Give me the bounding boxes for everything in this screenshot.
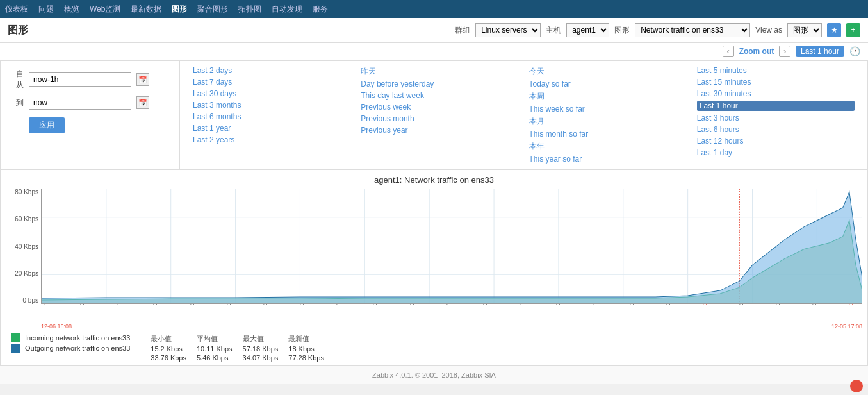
ql-last-30-min[interactable]: Last 30 minutes (697, 89, 855, 98)
x-axis: 16:08 16:11 16:14 16:17 16:20 16:23 16:2… (41, 304, 862, 331)
host-select[interactable]: agent1 (566, 23, 609, 37)
x-label-1708: 17:08 (848, 304, 854, 305)
ql-last-1-year[interactable]: Last 1 year (193, 124, 350, 133)
nav-screens[interactable]: 聚合图形 (197, 4, 228, 15)
ql-today[interactable]: 今天 (529, 66, 687, 77)
incoming-avg: 10.11 Kbps (192, 344, 238, 353)
x-label-1655: 16:55 (628, 304, 635, 305)
ql-previous-month[interactable]: Previous month (361, 114, 518, 123)
star-button[interactable]: ★ (827, 23, 841, 37)
page-header: 图形 群组 Linux servers 主机 agent1 图形 Network… (0, 18, 868, 43)
ql-last-7-days[interactable]: Last 7 days (193, 78, 350, 87)
ql-today-so-far[interactable]: Today so far (529, 80, 687, 88)
footer-text: Zabbix 4.0.1. © 2001–2018, Zabbix SIA (372, 371, 496, 379)
outgoing-max: 34.07 Kbps (238, 353, 284, 362)
ql-this-year-so-far[interactable]: This year so far (529, 155, 687, 164)
nav-latest[interactable]: 最新数据 (131, 4, 161, 15)
ql-previous-week[interactable]: Previous week (361, 103, 518, 112)
ql-last-3-hours[interactable]: Last 3 hours (697, 113, 855, 122)
x-label-1635: 16:35 (372, 304, 378, 305)
nav-overview[interactable]: 概览 (64, 4, 79, 15)
incoming-color-box (11, 333, 20, 342)
outgoing-avg: 5.46 Kbps (192, 353, 238, 362)
x-label-1647: 16:47 (518, 304, 525, 305)
y-label-60: 60 Kbps (15, 215, 38, 223)
legend-outgoing: Outgoing network traffic on ens33 (11, 344, 130, 353)
x-label-1644: 16:44 (482, 304, 488, 305)
outgoing-stats-row: 33.76 Kbps 5.46 Kbps 34.07 Kbps 77.28 Kb… (145, 353, 329, 362)
ql-day-before-yesterday[interactable]: Day before yesterday (361, 80, 518, 88)
x-label-1638: 16:38 (409, 304, 415, 305)
view-as-label: View as (755, 26, 782, 35)
ql-this-day-last-week[interactable]: This day last week (361, 91, 518, 100)
x-label-1700: 17:00 (701, 304, 708, 305)
ql-last-2-years[interactable]: Last 2 years (193, 135, 350, 144)
ql-this-month-so-far[interactable]: This month so far (529, 130, 687, 139)
ql-last-6-hours[interactable]: Last 6 hours (697, 125, 855, 134)
incoming-stats-row: 15.2 Kbps 10.11 Kbps 57.18 Kbps 18 Kbps (145, 344, 329, 353)
ql-this-week[interactable]: 本周 (529, 91, 687, 102)
ql-last-30-days[interactable]: Last 30 days (193, 89, 350, 98)
ql-this-month[interactable]: 本月 (529, 116, 687, 127)
to-calendar-icon[interactable]: 📅 (136, 96, 149, 109)
ql-yesterday[interactable]: 昨天 (361, 66, 518, 77)
quick-links-col1: Last 2 days Last 7 days Last 30 days Las… (188, 66, 356, 164)
x-label-1626: 16:26 (262, 304, 268, 305)
from-input[interactable] (29, 72, 131, 87)
nav-dashboard[interactable]: 仪表板 (5, 4, 28, 15)
to-label: 到 (11, 97, 24, 108)
incoming-max: 57.18 Kbps (238, 344, 284, 353)
legend-stats-table: 最小值 平均值 最大值 最新值 15.2 Kbps 10.11 Kbps 57.… (145, 333, 329, 362)
outgoing-min: 33.76 Kbps (145, 353, 192, 362)
nav-problems[interactable]: 问题 (38, 4, 54, 15)
quick-links-panel: Last 2 days Last 7 days Last 30 days Las… (180, 61, 867, 169)
ql-previous-year[interactable]: Previous year (361, 126, 518, 135)
incoming-last: 18 Kbps (283, 344, 329, 353)
nav-web[interactable]: Web监测 (90, 4, 120, 15)
ql-last-1-hour[interactable]: Last 1 hour (697, 101, 855, 111)
group-select[interactable]: Linux servers (475, 23, 541, 37)
x-label-1702: 17:02 (738, 304, 744, 305)
nav-graphs[interactable]: 图形 (172, 4, 187, 15)
ql-last-12-hours[interactable]: Last 12 hours (697, 137, 855, 146)
col-header-avg: 平均值 (192, 333, 238, 344)
ql-last-3-months[interactable]: Last 3 months (193, 101, 350, 110)
ql-last-15-min[interactable]: Last 15 minutes (697, 78, 855, 87)
graph-select[interactable]: Network traffic on ens33 (635, 23, 750, 37)
ql-last-2-days[interactable]: Last 2 days (193, 66, 350, 75)
x-label-1614: 16:14 (115, 304, 122, 305)
time-range-bar: ‹ Zoom out › Last 1 hour 🕐 (0, 43, 868, 60)
top-navigation: 仪表板 问题 概览 Web监测 最新数据 图形 聚合图形 拓扑图 自动发现 服务 (0, 0, 868, 18)
nav-discovery[interactable]: 自动发现 (272, 4, 302, 15)
outgoing-last: 77.28 Kbps (283, 353, 329, 362)
nav-services[interactable]: 服务 (313, 4, 328, 15)
x-label-1653: 16:53 (591, 304, 598, 305)
y-label-0: 0 bps (23, 297, 38, 304)
incoming-min: 15.2 Kbps (145, 344, 192, 353)
from-calendar-icon[interactable]: 📅 (136, 73, 149, 86)
legend: Incoming network traffic on ens33 Outgoi… (11, 333, 862, 362)
next-button[interactable]: › (779, 46, 790, 57)
filter-panel: 自从 📅 到 📅 应用 Last 2 days Last 7 days Last… (0, 60, 868, 169)
apply-button[interactable]: 应用 (29, 117, 65, 133)
ql-last-5-min[interactable]: Last 5 minutes (697, 66, 855, 75)
to-row: 到 📅 (11, 96, 169, 110)
ql-last-6-months[interactable]: Last 6 months (193, 112, 350, 121)
zoom-out-label[interactable]: Zoom out (739, 47, 774, 56)
to-input[interactable] (29, 96, 131, 110)
x-label-1623: 16:23 (225, 304, 232, 305)
chart-title: agent1: Network traffic on ens33 (6, 175, 862, 185)
ql-this-year[interactable]: 本年 (529, 141, 687, 152)
add-button[interactable]: + (846, 23, 860, 37)
ql-last-1-day[interactable]: Last 1 day (697, 148, 855, 157)
legend-incoming: Incoming network traffic on ens33 (11, 333, 130, 342)
nav-maps[interactable]: 拓扑图 (238, 4, 261, 15)
x-label-1657: 16:57 (665, 304, 671, 305)
page-title: 图形 (8, 24, 28, 37)
col-header-min: 最小值 (145, 333, 192, 344)
ql-this-week-so-far[interactable]: This week so far (529, 105, 687, 113)
prev-button[interactable]: ‹ (723, 46, 734, 57)
chart-svg (42, 189, 862, 303)
view-as-select[interactable]: 图形 (787, 23, 822, 37)
x-label-1620: 16:20 (189, 304, 195, 305)
